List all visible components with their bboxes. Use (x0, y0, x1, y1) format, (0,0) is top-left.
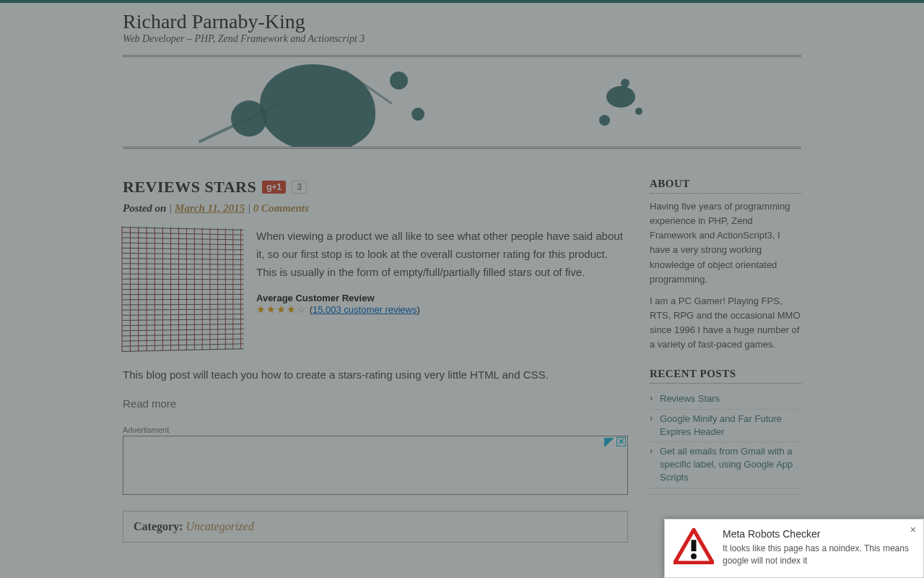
about-text-2: I am a PC Gamer! Playing FPS, RTS, RPG a… (650, 294, 801, 353)
customer-reviews-link[interactable]: 15,003 customer reviews (313, 304, 417, 315)
recent-posts-widget: RECENT POSTS Reviews Stars Google Minify… (650, 368, 801, 494)
main-content: REVIEWS STARS g+1 3 Posted on | March 11… (123, 178, 628, 543)
close-icon[interactable]: × (910, 524, 916, 535)
recent-post-link[interactable]: Google Minify and Far Future Expires Hea… (660, 413, 782, 437)
warning-icon (674, 528, 714, 542)
list-item: Get all emails from Gmail with a specifi… (650, 442, 801, 488)
google-plus-count: 3 (292, 181, 307, 194)
category-label: Category: (134, 520, 183, 532)
list-item: Reviews Stars (650, 389, 801, 409)
adchoices-icon[interactable] (604, 438, 614, 447)
recent-post-link[interactable]: Get all emails from Gmail with a specifi… (660, 446, 793, 483)
ad-label: Advertisment (123, 426, 628, 434)
site-title[interactable]: Richard Parnaby-King (123, 10, 801, 33)
recent-post-link[interactable]: Reviews Stars (660, 393, 720, 404)
list-item (650, 488, 801, 495)
about-text-1: Having five years of programming experie… (650, 199, 801, 287)
site-subtitle: Web Developer – PHP, Zend Framework and … (123, 33, 801, 45)
category-link[interactable]: Uncategorized (186, 520, 253, 532)
toast-title: Meta Robots Checker (723, 528, 913, 540)
ad-slot[interactable]: ✕ (123, 436, 628, 495)
about-widget: ABOUT Having five years of programming e… (650, 178, 801, 352)
post-paragraph-1: When viewing a product we all like to se… (256, 228, 628, 281)
notification-toast: × Meta Robots Checker It looks like this… (664, 519, 924, 542)
banner-image (123, 55, 801, 149)
acr-title: Average Customer Review (256, 293, 628, 303)
ad-close-icon[interactable]: ✕ (616, 437, 626, 447)
post-title[interactable]: REVIEWS STARS (123, 178, 256, 197)
post-paragraph-2: This blog post will teach you how to cre… (123, 366, 628, 384)
site-header: Richard Parnaby-King Web Developer – PHP… (123, 3, 801, 49)
list-item: Google Minify and Far Future Expires Hea… (650, 410, 801, 442)
post-thumbnail[interactable] (122, 226, 244, 352)
about-heading: ABOUT (650, 178, 801, 194)
post-date-link[interactable]: March 11, 2015 (175, 202, 245, 214)
svg-rect-1 (692, 540, 697, 543)
recent-posts-heading: RECENT POSTS (650, 368, 801, 384)
comments-link[interactable]: 0 Comments (253, 202, 309, 214)
star-rating-icon: ★★★★☆ (256, 303, 307, 315)
average-review-block: Average Customer Review ★★★★☆ (15,003 cu… (256, 293, 628, 315)
post-meta: Posted on | March 11, 2015 | 0 Comments (123, 202, 628, 215)
category-box: Category: Uncategorized (123, 511, 628, 543)
sidebar: ABOUT Having five years of programming e… (650, 178, 801, 543)
read-more-link[interactable]: Read more (123, 397, 176, 410)
meta-prefix: Posted on (123, 202, 166, 214)
google-plus-button[interactable]: g+1 (262, 181, 286, 194)
